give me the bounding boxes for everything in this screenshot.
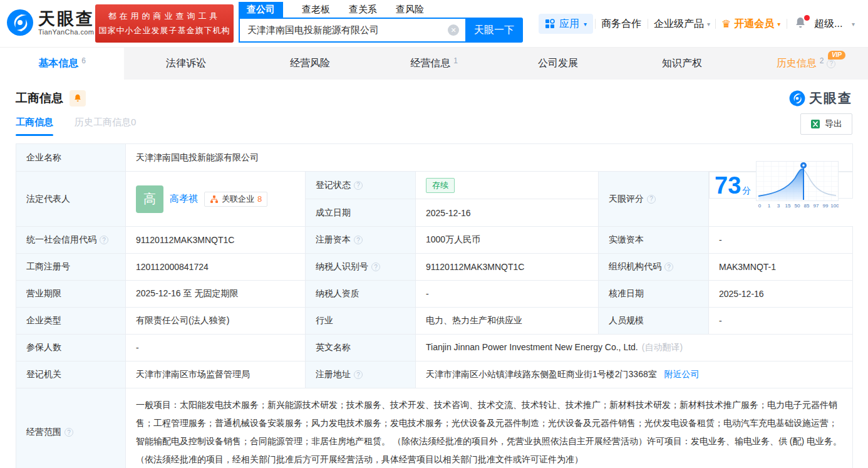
uscc-label: 统一社会信用代码 ? <box>16 227 126 254</box>
enterprise-products-label: 企业级产品 <box>654 18 704 31</box>
tab-legal-proceedings[interactable]: 法律诉讼 <box>124 48 248 80</box>
bell-icon <box>73 93 82 103</box>
score-axis-ticks: 0 1 3 15 50 85 97 99 100 <box>758 203 839 209</box>
business-term-label: 营业期限 <box>16 281 126 308</box>
tab-intellectual-property[interactable]: 知识产权 <box>620 48 744 80</box>
tab-history-info[interactable]: VIP 历史信息 2 ? <box>744 48 868 80</box>
established-label: 成立日期 <box>306 199 416 227</box>
english-name-text: Tianjin Jinnan Power Investment New Ener… <box>426 342 638 352</box>
legal-rep-cell: 高 高孝祺 关联企业 8 <box>126 172 306 227</box>
english-name-value: Tianjin Jinnan Power Investment New Ener… <box>416 335 853 361</box>
subtab-history-business-info[interactable]: 历史工商信息0 <box>75 117 136 136</box>
clear-search-icon[interactable]: ✕ <box>448 24 459 36</box>
table-row: 营业期限 2025-12-16 至 无固定期限 纳税人资质 - 核准日期 202… <box>16 281 853 308</box>
svg-text:99: 99 <box>823 203 829 209</box>
org-chart-icon <box>210 195 219 204</box>
nav-business-cooperation[interactable]: 商务合作 <box>601 14 641 34</box>
divider <box>715 19 716 29</box>
legal-rep-label: 法定代表人 <box>16 172 126 227</box>
subtab-business-info[interactable]: 工商信息 <box>16 117 53 136</box>
search-tab-company[interactable]: 查公司 <box>239 2 283 18</box>
tab-label: 知识产权 <box>662 57 702 70</box>
main-content: 工商信息 天眼查 工商信息 历史工商信息0 <box>0 90 868 468</box>
search-button[interactable]: 天眼一下 <box>465 18 523 43</box>
user-menu-caret[interactable]: ▾ <box>852 14 855 34</box>
export-button[interactable]: 导出 <box>800 113 852 135</box>
chevron-down-icon: ▾ <box>852 21 855 28</box>
help-icon[interactable]: ? <box>354 236 363 244</box>
company-name-label: 企业名称 <box>16 144 126 172</box>
search-tab-relation[interactable]: 查关系 <box>349 4 377 16</box>
svg-text:100: 100 <box>831 203 839 209</box>
company-name-value: 天津津南国电投新能源有限公司 <box>126 144 853 172</box>
help-icon[interactable]: ? <box>354 370 363 379</box>
score-unit: 分 <box>742 185 751 195</box>
uscc-value: 91120112MAK3MNQT1C <box>126 227 306 254</box>
search-tab-boss[interactable]: 查老板 <box>302 4 330 16</box>
related-companies-count: 8 <box>257 194 262 204</box>
table-row: 企业名称 天津津南国电投新能源有限公司 <box>16 144 853 172</box>
nearby-companies-link[interactable]: 附近公司 <box>664 369 700 379</box>
nav-super-vip[interactable]: 超级... <box>814 14 842 34</box>
reg-capital-value: 1000万人民币 <box>416 227 599 254</box>
approval-date-value: 2025-12-16 <box>709 281 853 308</box>
logo-site: TianYanCha.com <box>38 28 95 36</box>
divider <box>787 19 787 29</box>
section-title: 工商信息 <box>16 90 63 107</box>
crown-icon: ♛ <box>721 18 731 31</box>
tab-operation-risk[interactable]: 经营风险 <box>248 48 372 80</box>
paid-capital-label: 实缴资本 <box>599 227 709 254</box>
watermark-text: 天眼查 <box>809 90 852 107</box>
search-input[interactable] <box>239 18 465 43</box>
promo-line1: 都在用的商业查询工具 <box>108 11 221 22</box>
help-icon[interactable]: ? <box>647 195 656 204</box>
tab-basic-info[interactable]: 基本信息 6 <box>0 48 124 80</box>
tab-company-development[interactable]: 公司发展 <box>496 48 620 80</box>
search-bar: ✕ 天眼一下 <box>239 18 523 43</box>
export-label: 导出 <box>825 118 842 130</box>
reg-address-value: 天津市津南区小站镇津歧路东侧盈旺商业街1号楼2门3368室 附近公司 <box>416 361 853 388</box>
svg-text:0: 0 <box>758 203 762 209</box>
search-tab-risk[interactable]: 查风险 <box>396 4 424 16</box>
reg-status-label: 登记状态 ? <box>306 172 416 199</box>
company-type-label: 企业类型 <box>16 308 126 335</box>
legal-rep-avatar[interactable]: 高 <box>136 185 163 213</box>
tianyan-score-cell: 73分 <box>709 172 853 199</box>
tab-operation-info[interactable]: 经营信息 1 <box>372 48 496 80</box>
tianyancha-logo-icon <box>6 9 34 36</box>
industry-value: 电力、热力生产和供应业 <box>416 308 599 335</box>
help-icon[interactable]: ? <box>65 428 73 437</box>
auto-translate-note: (自动翻译) <box>642 342 683 352</box>
notifications-button[interactable] <box>794 14 808 34</box>
help-icon[interactable]: ? <box>664 263 673 271</box>
nav-enterprise-products[interactable]: 企业级产品 ▾ <box>654 14 710 34</box>
help-icon[interactable]: ? <box>827 60 835 68</box>
promo-banner[interactable]: 都在用的商业查询工具 国家中小企业发展子基金旗下机构 <box>95 4 234 43</box>
approval-date-label: 核准日期 <box>599 281 709 308</box>
chevron-down-icon: ▾ <box>707 21 710 28</box>
tianyancha-logo[interactable]: 天眼查 TianYanCha.com <box>6 9 95 36</box>
staff-size-label: 人员规模 <box>599 308 709 335</box>
search-type-tabs: 查公司 查老板 查关系 查风险 <box>239 2 424 18</box>
reg-address-label: 注册地址 ? <box>306 361 416 388</box>
subscribe-bell-button[interactable] <box>70 90 86 107</box>
related-companies-badge[interactable]: 关联企业 8 <box>204 192 267 207</box>
org-code-label: 组织机构代码 ? <box>599 254 709 281</box>
insured-count-label: 参保人数 <box>16 335 126 361</box>
legal-rep-name-link[interactable]: 高孝祺 <box>170 193 198 205</box>
table-row: 企业类型 有限责任公司(法人独资) 行业 电力、热力生产和供应业 人员规模 - <box>16 308 853 335</box>
tianyancha-logo-icon <box>789 90 805 107</box>
company-type-value: 有限责任公司(法人独资) <box>126 308 306 335</box>
help-icon[interactable]: ? <box>354 181 363 190</box>
tianyancha-watermark: 天眼查 <box>789 90 852 107</box>
business-info-table: 企业名称 天津津南国电投新能源有限公司 法定代表人 高 高孝祺 <box>16 143 853 468</box>
insured-count-value: - <box>126 335 306 361</box>
apps-grid-icon <box>545 19 555 29</box>
taxpayer-id-label: 纳税人识别号 ? <box>306 254 416 281</box>
tab-count: 2 <box>820 56 824 65</box>
super-vip-label: 超级... <box>814 18 842 31</box>
nav-vip-upgrade[interactable]: ♛ 开通会员 ▾ <box>721 14 780 34</box>
help-icon[interactable]: ? <box>100 236 108 244</box>
help-icon[interactable]: ? <box>371 263 380 271</box>
apps-menu-button[interactable]: 应用 ▾ <box>539 14 593 34</box>
